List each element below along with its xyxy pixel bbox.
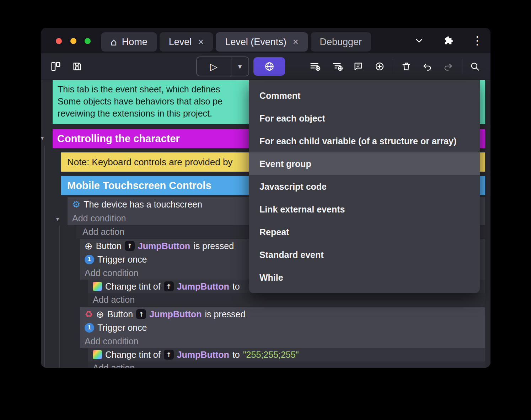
home-icon: ⌂ <box>111 36 117 48</box>
jumpbutton-object-icon: ↑ <box>125 241 135 251</box>
menu-item-standard-event[interactable]: Standard event <box>249 243 480 266</box>
action-text: to <box>232 350 240 360</box>
action-text: Change tint of <box>105 281 161 292</box>
trigger-once-icon: 1 <box>85 255 94 264</box>
tabs-chevron-down-icon[interactable] <box>414 35 424 46</box>
button-crosshair-icon: ⊕ <box>96 309 104 320</box>
add-condition-label: Add condition <box>85 336 139 346</box>
add-comment-button[interactable] <box>351 59 365 74</box>
condition-text: Trigger once <box>97 323 147 333</box>
menu-item-for-each-object[interactable]: For each object <box>249 107 480 130</box>
delete-button[interactable] <box>399 59 413 74</box>
minimize-window-button[interactable] <box>70 38 76 44</box>
jumpbutton-object-icon: ↑ <box>164 350 174 360</box>
add-condition-label: Add condition <box>72 213 126 224</box>
tint-value: "255;255;255" <box>243 350 299 360</box>
tree-line <box>44 146 45 368</box>
add-condition-link[interactable]: Add condition <box>80 334 485 348</box>
condition-text: is pressed <box>193 241 234 251</box>
app-window: ⌂ Home Level × Level (Events) × Debugger <box>41 28 490 368</box>
add-action-label: Add action <box>82 227 124 237</box>
button-crosshair-icon: ⊕ <box>85 241 93 252</box>
action-text: Change tint of <box>105 350 161 360</box>
overflow-menu-icon[interactable]: ⋮ <box>472 35 483 46</box>
tab-home-label: Home <box>122 37 148 48</box>
condition-button-pressed[interactable]: ♻ ⊕ Button ↑ JumpButton is pressed <box>80 307 485 321</box>
toolbar-divider <box>462 59 462 74</box>
zoom-window-button[interactable] <box>85 38 91 44</box>
system-gear-icon: ⚙ <box>72 199 80 210</box>
jumpbutton-object-icon: ↑ <box>164 281 174 291</box>
object-name: JumpButton <box>177 350 229 360</box>
tab-debugger[interactable]: Debugger <box>311 32 371 52</box>
event-sheet: ▾ ▾ This tab is the event sheet, which d… <box>41 80 490 368</box>
extensions-puzzle-icon[interactable] <box>443 35 454 46</box>
tint-palette-icon <box>93 282 102 291</box>
recycle-arrows-icon: ♻ <box>85 309 93 319</box>
menu-item-while[interactable]: While <box>249 266 480 289</box>
object-name: JumpButton <box>149 309 202 319</box>
toolbar-divider <box>393 59 393 74</box>
action-text: to <box>232 281 240 292</box>
tab-level[interactable]: Level × <box>160 32 213 52</box>
collapse-caret-icon[interactable]: ▾ <box>56 216 59 222</box>
network-preview-button[interactable] <box>253 57 285 76</box>
toggle-panels-button[interactable] <box>49 59 63 74</box>
menu-item-comment[interactable]: Comment <box>249 84 480 107</box>
add-action-label: Add action <box>93 295 135 305</box>
menu-item-javascript-code[interactable]: Javascript code <box>249 175 480 198</box>
add-action-link[interactable]: Add action <box>88 293 485 306</box>
add-condition-label: Add condition <box>85 268 139 278</box>
condition-text: Trigger once <box>97 254 147 265</box>
object-name: JumpButton <box>138 241 190 251</box>
condition-text: Button <box>107 309 133 319</box>
condition-text: The device has a touchscreen <box>84 199 202 210</box>
toolbar: ▷ ▾ <box>41 53 490 80</box>
save-button[interactable] <box>70 59 84 74</box>
tab-level-events[interactable]: Level (Events) × <box>216 32 307 52</box>
condition-text: Button <box>96 241 122 251</box>
tint-palette-icon <box>93 350 102 359</box>
preview-button-group: ▷ ▾ <box>196 56 249 76</box>
tab-bar: ⌂ Home Level × Level (Events) × Debugger <box>101 32 371 52</box>
globe-icon <box>264 61 275 72</box>
jumpbutton-object-icon: ↑ <box>136 309 146 319</box>
add-event-button[interactable] <box>308 59 322 74</box>
menu-item-link-external-events[interactable]: Link external events <box>249 198 480 221</box>
add-circle-button[interactable] <box>372 59 387 74</box>
tab-level-events-label: Level (Events) <box>225 37 286 48</box>
preview-options-chevron-icon[interactable]: ▾ <box>231 57 248 76</box>
undo-button[interactable] <box>420 59 434 74</box>
tab-debugger-label: Debugger <box>320 37 362 48</box>
tab-level-label: Level <box>169 37 192 48</box>
tree-line <box>59 226 60 368</box>
action-change-tint[interactable]: Change tint of ↑ JumpButton to "255;255;… <box>88 348 485 361</box>
menu-item-repeat[interactable]: Repeat <box>249 221 480 243</box>
menu-item-for-each-child-variable[interactable]: For each child variable (of a structure … <box>249 130 480 152</box>
menu-item-event-group[interactable]: Event group <box>249 152 480 175</box>
condition-text: is pressed <box>205 309 245 319</box>
add-action-link[interactable]: Add action <box>88 361 485 368</box>
tab-home[interactable]: ⌂ Home <box>101 32 157 52</box>
titlebar-right-controls: ⋮ <box>414 28 483 53</box>
condition-trigger-once[interactable]: 1 Trigger once <box>80 321 485 334</box>
add-action-label: Add action <box>93 363 135 368</box>
search-button[interactable] <box>468 59 482 74</box>
add-event-context-menu: Comment For each object For each child v… <box>249 80 480 293</box>
trigger-once-icon: 1 <box>85 323 94 333</box>
close-tab-icon[interactable]: × <box>198 37 204 48</box>
close-tab-icon[interactable]: × <box>293 37 299 48</box>
play-preview-button[interactable]: ▷ <box>197 57 231 76</box>
titlebar: ⌂ Home Level × Level (Events) × Debugger <box>41 28 490 53</box>
close-window-button[interactable] <box>56 38 62 44</box>
object-name: JumpButton <box>177 281 229 292</box>
add-subevent-button[interactable] <box>331 59 345 74</box>
collapse-caret-icon[interactable]: ▾ <box>41 135 44 141</box>
redo-button[interactable] <box>441 59 455 74</box>
